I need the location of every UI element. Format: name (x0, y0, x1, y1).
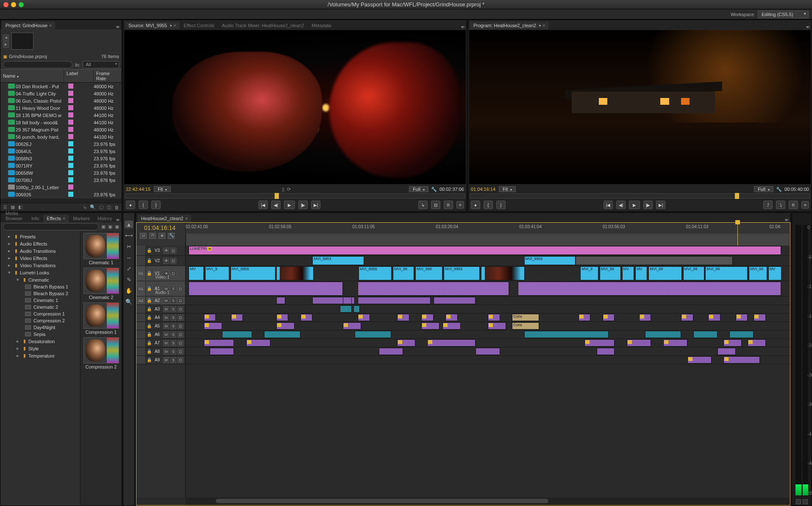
label-color[interactable] (68, 148, 73, 154)
clip[interactable] (204, 322, 222, 330)
clip[interactable] (421, 322, 439, 330)
clip[interactable] (645, 331, 681, 338)
go-to-in-button[interactable]: |◀ (259, 201, 268, 209)
tool-2[interactable]: ✂ (125, 243, 133, 250)
panel-menu-icon[interactable]: ▾≡ (116, 25, 119, 29)
toggle-output[interactable]: 👁 (163, 248, 169, 254)
clip[interactable] (358, 314, 370, 321)
bin-row[interactable]: 0064UL 23.976 fps (0, 148, 122, 155)
clip[interactable]: MVI_99 (600, 266, 621, 280)
clip[interactable]: MVI_99 (705, 266, 748, 280)
clip[interactable] (687, 356, 712, 363)
sync-lock-toggle[interactable]: ⊡ (178, 298, 184, 304)
toggle-output[interactable]: M (163, 357, 169, 363)
effects-folder[interactable]: ▸▮Presets (0, 233, 80, 240)
tool-5[interactable]: ✎ (125, 276, 133, 283)
solo-toggle[interactable]: S (170, 349, 176, 355)
track-header[interactable]: V1 🔒 V1 👁 ⊡ Video 1 (136, 266, 185, 281)
lumetri-preset[interactable]: Sepia (0, 331, 80, 338)
search-scope-dropdown[interactable]: All (83, 61, 119, 68)
label-color[interactable] (68, 134, 73, 139)
clip[interactable] (343, 297, 352, 304)
close-icon[interactable]: × (542, 23, 545, 28)
lumetri-thumb[interactable]: Cinematic 2 (82, 268, 120, 300)
source-patch[interactable] (136, 246, 146, 255)
clip[interactable] (276, 266, 314, 280)
clip[interactable]: MVI_9952 (524, 256, 576, 265)
toggle-output[interactable]: M (163, 340, 169, 346)
tool-3[interactable]: ↔ (125, 254, 133, 261)
clip[interactable] (189, 282, 343, 296)
button-editor-button[interactable]: + (801, 201, 809, 209)
label-color[interactable] (68, 185, 73, 190)
bin-column-headers[interactable]: Name▴ Label Frame Rate (0, 69, 122, 83)
clip[interactable] (524, 331, 609, 338)
play-button[interactable]: ▶ (629, 201, 640, 209)
effects-folder[interactable]: ▸▮Video Transitions (0, 262, 80, 269)
bin-row[interactable]: 1080p_2.00-1_Letter (0, 184, 122, 191)
tool-4[interactable]: ⤢ (125, 265, 133, 272)
label-color[interactable] (68, 163, 73, 168)
clip[interactable] (481, 266, 525, 280)
workspace-dropdown[interactable]: Editing (CS5.5) (758, 11, 809, 18)
source-patch[interactable] (136, 356, 146, 364)
effects-folder[interactable]: ▾▮Lumetri Looks (0, 269, 80, 276)
effects-folder[interactable]: ▸▮Audio Effects (0, 240, 80, 247)
next-clip-button[interactable]: ▶ (3, 42, 9, 48)
close-icon[interactable]: × (49, 23, 52, 28)
clip[interactable]: Cons (512, 322, 539, 330)
track-header[interactable]: 🔒 A5 M S ⊡ (136, 322, 185, 330)
clip[interactable] (717, 348, 736, 355)
lumetri-preset[interactable]: Cinematic 1 (0, 297, 80, 304)
tab-program[interactable]: Program: HeatHouse2_clean2▾× (470, 22, 548, 29)
clip[interactable]: MVI_99 (648, 266, 681, 280)
track-header[interactable]: A1 🔒 A1 M S ⊡ Audio 1 (136, 281, 185, 296)
clip[interactable] (353, 305, 359, 313)
label-color[interactable] (68, 105, 73, 110)
accelerated-icon[interactable]: ▣ (101, 224, 106, 229)
zoom-window-button[interactable] (19, 2, 24, 7)
source-patch[interactable]: A1 (136, 281, 146, 296)
clip[interactable]: MVI_9953 (312, 256, 364, 265)
clip[interactable]: MVI_9953 (444, 266, 480, 280)
effects-subfolder[interactable]: ▸▮Style (0, 345, 80, 352)
solo-toggle[interactable]: S (170, 332, 176, 338)
export-frame-button[interactable]: ⎘ (444, 201, 453, 209)
mark-out-button[interactable]: } (496, 201, 506, 209)
clip[interactable] (693, 331, 717, 338)
step-fwd-button[interactable]: |▶ (643, 201, 653, 209)
tool-6[interactable]: ✋ (125, 287, 133, 294)
label-color[interactable] (68, 170, 73, 175)
lock-icon[interactable]: 🔒 (146, 324, 153, 328)
close-icon[interactable]: × (63, 216, 65, 221)
label-color[interactable] (68, 112, 73, 117)
tab-audio-mixer[interactable]: Audio Track Mixer: HeatHouse2_clean2 (219, 22, 308, 29)
add-marker-button[interactable]: ● (471, 201, 480, 209)
lock-icon[interactable]: 🔒 (146, 307, 153, 311)
lock-icon[interactable]: 🔒 (146, 341, 153, 345)
track-header[interactable]: 🔒 V3 👁 ⊡ (136, 246, 185, 256)
bin-row[interactable]: 0062EJ 23.976 fps (0, 140, 122, 148)
bin-list[interactable]: 03 Dan Rockett - Put 48000 Hz 04-Traffic… (0, 83, 122, 198)
clip[interactable] (442, 322, 461, 330)
sync-lock-toggle[interactable]: ⊡ (178, 315, 184, 321)
clip[interactable] (397, 339, 415, 347)
source-patch[interactable] (136, 330, 146, 338)
sync-lock-toggle[interactable]: ⊡ (178, 286, 184, 292)
effects-folder[interactable]: ▸▮Audio Transitions (0, 247, 80, 254)
sync-lock-toggle[interactable]: ⊡ (170, 271, 176, 277)
source-patch[interactable]: A2 (136, 296, 146, 305)
solo-toggle[interactable]: S (170, 298, 176, 304)
lock-icon[interactable]: 🔒 (146, 332, 153, 337)
lock-icon[interactable]: 🔒 (146, 258, 153, 263)
sync-lock-toggle[interactable]: ⊡ (170, 248, 176, 254)
track-header[interactable]: 🔒 A9 M S ⊡ (136, 356, 185, 364)
effects-list[interactable]: ▸▮Presets▸▮Audio Effects▸▮Audio Transiti… (0, 231, 80, 506)
tab-media-browser[interactable]: Media Browser (2, 210, 27, 222)
program-resolution-dropdown[interactable]: Full (754, 186, 773, 192)
tool-1[interactable]: ⟷ (125, 232, 133, 239)
track-header[interactable]: 🔒 A7 M S ⊡ (136, 339, 185, 347)
close-icon[interactable]: × (185, 216, 188, 221)
timeline-ruler[interactable]: 01:02:41:0501:02:56:0501:03:11:0501:03:2… (186, 223, 790, 246)
label-color[interactable] (68, 98, 73, 103)
